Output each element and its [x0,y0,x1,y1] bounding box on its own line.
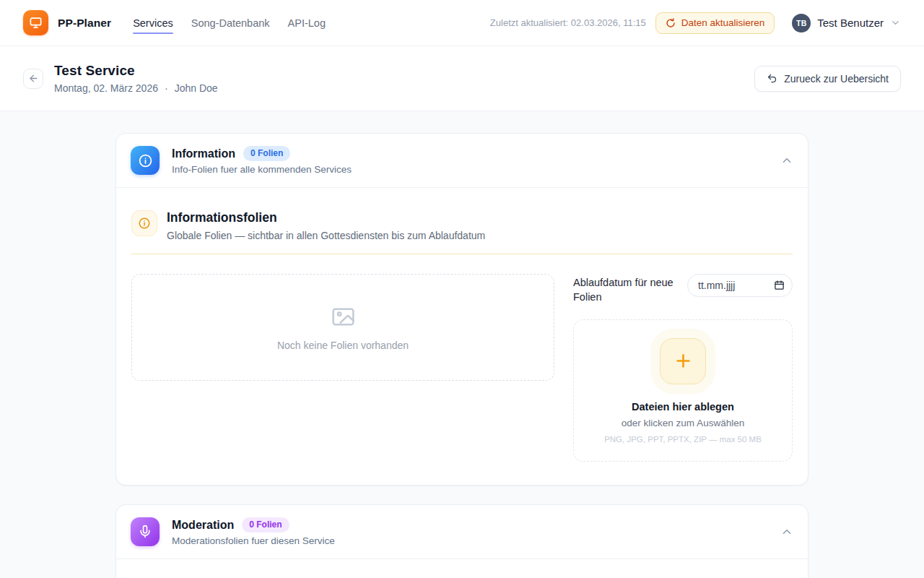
user-name: Test Benutzer [817,17,884,29]
info-icon [138,153,153,168]
nav-song-datenbank[interactable]: Song-Datenbank [191,0,270,46]
chevron-up-icon[interactable] [780,525,793,538]
informationsfolien-title: Informationsfolien [167,210,485,225]
refresh-data-button[interactable]: Daten aktualisieren [655,12,775,34]
amber-divider [131,254,793,254]
nav-services[interactable]: Services [133,0,173,46]
empty-state-text: Noch keine Folien vorhanden [277,340,409,351]
moderation-header-text: Moderation 0 Folien Moderationsfolien fu… [172,517,335,546]
file-dropzone[interactable]: Dateien hier ablegen oder klicken zum Au… [573,319,793,462]
expiry-date-input[interactable] [687,274,793,297]
information-title: Information [172,147,235,160]
information-header-text: Information 0 Folien Info-Folien fuer al… [172,146,352,175]
main-nav: Services Song-Datenbank API-Log [133,0,326,46]
back-to-overview-label: Zurueck zur Uebersicht [784,73,889,85]
content-area: Information 0 Folien Info-Folien fuer al… [0,111,924,578]
image-icon [330,303,357,330]
moderation-count-badge: 0 Folien [242,517,289,532]
plus-icon [674,351,693,371]
plus-tile [660,338,706,384]
microphone-icon [138,525,152,539]
moderation-title: Moderation [172,519,234,532]
refresh-button-label: Daten aktualisieren [681,17,765,28]
information-card-body: Informationsfolien Globale Folien — sich… [116,188,808,485]
info-tile [131,146,160,175]
page-title-block: Test Service Montag, 02. März 2026 · Joh… [54,63,218,94]
page-header: Test Service Montag, 02. März 2026 · Joh… [0,46,924,111]
information-card-header[interactable]: Information 0 Folien Info-Folien fuer al… [116,134,808,187]
page-subtitle: Montag, 02. März 2026 · John Doe [54,82,218,94]
info-circle-icon [131,210,157,236]
expiry-date-label: Ablaufdatum für neue Folien [573,274,687,304]
moderation-subtitle: Moderationsfolien fuer diesen Service [172,535,335,546]
dropzone-filetypes-hint: PNG, JPG, PPT, PPTX, ZIP — max 50 MB [604,435,762,444]
expiry-row: Ablaufdatum für neue Folien [573,274,793,304]
chevron-up-icon[interactable] [780,154,793,167]
refresh-icon [666,18,676,28]
back-button[interactable] [23,69,43,89]
last-updated-text: Zuletzt aktualisiert: 02.03.2026, 11:15 [490,17,646,28]
page-title: Test Service [54,63,218,79]
slides-empty-state: Noch keine Folien vorhanden [131,274,554,381]
avatar: TB [792,14,811,33]
moderation-card-body: Moderationsfolien [116,559,808,578]
subtitle-separator: · [165,82,168,94]
information-subtitle: Info-Folien fuer alle kommenden Services [172,164,352,175]
arrow-left-icon [28,73,39,84]
presentation-icon [29,16,43,30]
upload-column: Ablaufdatum für neue Folien [573,274,793,462]
chevron-down-icon [890,17,901,28]
top-bar: PP-Planer Services Song-Datenbank API-Lo… [0,0,924,46]
service-date: Montag, 02. März 2026 [54,82,158,94]
informationsfolien-text: Informationsfolien Globale Folien — sich… [167,210,485,241]
undo-icon [767,73,777,84]
user-menu[interactable]: TB Test Benutzer [792,14,901,33]
moderation-card-header[interactable]: Moderation 0 Folien Moderationsfolien fu… [116,505,808,558]
back-to-overview-button[interactable]: Zurueck zur Uebersicht [754,66,901,92]
top-bar-right: Zuletzt aktualisiert: 02.03.2026, 11:15 … [490,12,901,34]
dropzone-title: Dateien hier ablegen [632,401,734,413]
expiry-date-field [687,274,793,297]
information-card: Information 0 Folien Info-Folien fuer al… [116,133,808,486]
service-author: John Doe [175,82,218,94]
moderation-tile [131,517,160,546]
information-count-badge: 0 Folien [243,146,290,161]
informationsfolien-subtitle: Globale Folien — sichtbar in allen Gotte… [167,230,485,241]
nav-api-log[interactable]: API-Log [288,0,326,46]
moderation-card: Moderation 0 Folien Moderationsfolien fu… [116,504,808,578]
dropzone-subtitle: oder klicken zum Auswählen [622,418,744,428]
brand-name: PP-Planer [58,17,111,30]
informationsfolien-section-head: Informationsfolien Globale Folien — sich… [131,210,793,241]
app-logo [23,10,48,35]
brand[interactable]: PP-Planer [23,10,111,35]
